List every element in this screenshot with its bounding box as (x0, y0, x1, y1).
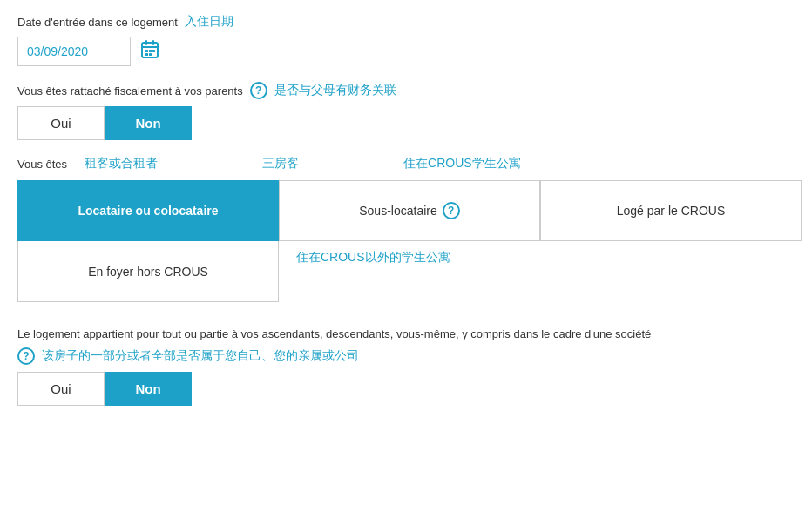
loge-crous-option[interactable]: Logé par le CROUS (540, 180, 802, 241)
date-chinese-label: 入住日期 (185, 14, 233, 30)
vous-etes-section: Vous êtes 租客或合租者 三房客 住在CROUS学生公寓 Locatai… (17, 156, 795, 302)
svg-rect-8 (149, 53, 152, 56)
property-section: Le logement appartient pour tout ou part… (17, 318, 795, 406)
date-input[interactable] (17, 37, 131, 66)
foyer-crous-chinese-label: 住在CROUS以外的学生公寓 (296, 250, 450, 264)
crous-chinese-label: 住在CROUS学生公寓 (403, 156, 521, 172)
sous-locataire-option[interactable]: Sous-locataire ? (279, 180, 540, 241)
calendar-icon[interactable] (139, 39, 160, 64)
fiscal-non-button[interactable]: Non (105, 106, 192, 140)
property-label-wrapper: Le logement appartient pour tout ou part… (17, 327, 651, 365)
property-chinese-label: 该房子的一部分或者全部是否属于您自己、您的亲属或公司 (42, 348, 359, 364)
svg-rect-7 (145, 53, 148, 56)
property-oui-button[interactable]: Oui (17, 372, 105, 406)
foyer-hors-crous-label: En foyer hors CROUS (88, 265, 208, 279)
property-label: Le logement appartient pour tout ou part… (17, 327, 651, 342)
tenant-bottom-row: En foyer hors CROUS 住在CROUS以外的学生公寓 (17, 241, 795, 302)
locataire-option[interactable]: Locataire ou colocataire (17, 180, 279, 241)
locataire-chinese-label: 租客或合租者 (85, 156, 158, 172)
fiscal-chinese-label: 是否与父母有财务关联 (274, 83, 396, 98)
foyer-hors-crous-option[interactable]: En foyer hors CROUS (17, 241, 279, 302)
tenant-top-row: Locataire ou colocataire Sous-locataire … (17, 180, 795, 241)
fiscal-oui-button[interactable]: Oui (17, 106, 105, 140)
date-label: Date d'entrée dans ce logement (17, 16, 178, 29)
sous-locataire-option-label: Sous-locataire (359, 204, 437, 218)
property-btn-group: Oui Non (17, 372, 795, 406)
property-non-button[interactable]: Non (105, 372, 192, 406)
svg-rect-6 (152, 50, 155, 52)
sous-locataire-chinese-label: 三房客 (262, 156, 299, 172)
sous-locataire-help-icon[interactable]: ? (443, 202, 460, 219)
vous-etes-label: Vous êtes (17, 158, 67, 171)
foyer-option-wrapper: En foyer hors CROUS (17, 241, 279, 302)
fiscal-section: Vous êtes rattaché fiscalement à vos par… (17, 82, 795, 140)
loge-crous-option-label: Logé par le CROUS (617, 204, 726, 218)
fiscal-label: Vous êtes rattaché fiscalement à vos par… (17, 84, 243, 98)
fiscal-btn-group: Oui Non (17, 106, 795, 140)
svg-rect-5 (149, 50, 152, 52)
foyer-chinese-label-wrapper: 住在CROUS以外的学生公寓 (279, 241, 795, 274)
locataire-option-label: Locataire ou colocataire (78, 204, 218, 218)
fiscal-help-icon[interactable]: ? (250, 82, 267, 99)
svg-rect-4 (145, 50, 148, 52)
property-help-icon[interactable]: ? (17, 347, 35, 365)
date-section: Date d'entrée dans ce logement 入住日期 (17, 14, 795, 66)
tenant-options-container: Locataire ou colocataire Sous-locataire … (17, 180, 795, 302)
